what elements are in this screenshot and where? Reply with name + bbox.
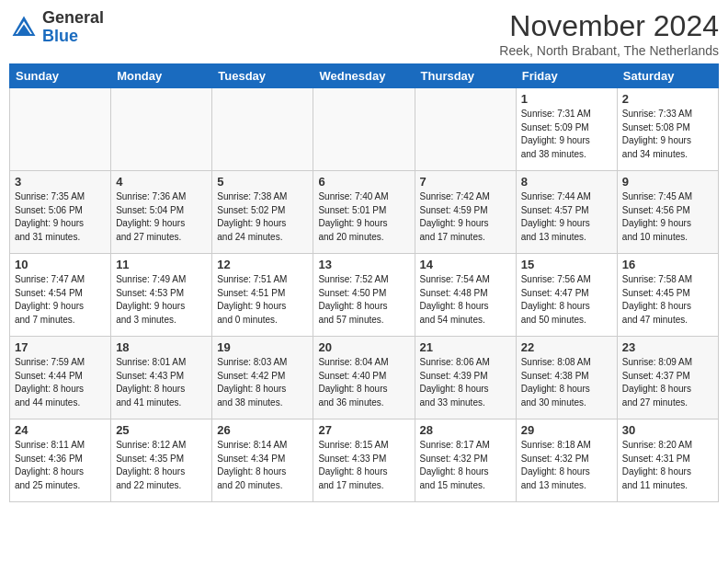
cell-info: Sunrise: 7:36 AM Sunset: 5:04 PM Dayligh…: [116, 190, 207, 244]
day-number: 15: [521, 258, 612, 271]
day-number: 9: [622, 175, 713, 189]
day-number: 30: [622, 423, 713, 437]
cell-info: Sunrise: 7:47 AM Sunset: 4:54 PM Dayligh…: [15, 273, 106, 327]
day-number: 17: [15, 340, 106, 354]
calendar-cell: 6Sunrise: 7:40 AM Sunset: 5:01 PM Daylig…: [313, 171, 415, 254]
calendar-cell: 8Sunrise: 7:44 AM Sunset: 4:57 PM Daylig…: [516, 171, 617, 254]
calendar-cell: 28Sunrise: 8:17 AM Sunset: 4:32 PM Dayli…: [415, 419, 516, 502]
cell-info: Sunrise: 8:08 AM Sunset: 4:38 PM Dayligh…: [521, 356, 612, 409]
cell-info: Sunrise: 7:42 AM Sunset: 4:59 PM Dayligh…: [420, 190, 511, 244]
calendar-week-5: 24Sunrise: 8:11 AM Sunset: 4:36 PM Dayli…: [10, 419, 719, 502]
calendar-cell: 1Sunrise: 7:31 AM Sunset: 5:09 PM Daylig…: [516, 88, 617, 171]
calendar-cell: 30Sunrise: 8:20 AM Sunset: 4:31 PM Dayli…: [617, 419, 718, 502]
location-subtitle: Reek, North Brabant, The Netherlands: [499, 43, 719, 58]
calendar-cell: 24Sunrise: 8:11 AM Sunset: 4:36 PM Dayli…: [10, 419, 111, 502]
calendar-cell: 13Sunrise: 7:52 AM Sunset: 4:50 PM Dayli…: [313, 254, 415, 337]
cell-info: Sunrise: 8:04 AM Sunset: 4:40 PM Dayligh…: [318, 356, 409, 409]
day-number: 19: [217, 340, 308, 354]
cell-info: Sunrise: 8:06 AM Sunset: 4:39 PM Dayligh…: [420, 356, 511, 409]
day-number: 8: [521, 175, 612, 189]
cell-info: Sunrise: 8:17 AM Sunset: 4:32 PM Dayligh…: [420, 439, 511, 492]
calendar-cell: 5Sunrise: 7:38 AM Sunset: 5:02 PM Daylig…: [212, 171, 313, 254]
calendar-cell: 19Sunrise: 8:03 AM Sunset: 4:42 PM Dayli…: [212, 337, 313, 419]
weekday-header-monday: Monday: [111, 64, 212, 88]
calendar-week-1: 1Sunrise: 7:31 AM Sunset: 5:09 PM Daylig…: [10, 88, 719, 171]
calendar-cell: [415, 88, 516, 171]
day-number: 7: [420, 175, 511, 189]
day-number: 24: [15, 423, 106, 437]
cell-info: Sunrise: 7:31 AM Sunset: 5:09 PM Dayligh…: [521, 108, 612, 161]
day-number: 27: [318, 423, 409, 437]
calendar-cell: 21Sunrise: 8:06 AM Sunset: 4:39 PM Dayli…: [415, 337, 516, 419]
calendar-cell: 17Sunrise: 7:59 AM Sunset: 4:44 PM Dayli…: [10, 337, 111, 419]
calendar-cell: [212, 88, 313, 171]
cell-info: Sunrise: 7:35 AM Sunset: 5:06 PM Dayligh…: [15, 190, 106, 244]
weekday-header-saturday: Saturday: [617, 64, 718, 88]
calendar-cell: 20Sunrise: 8:04 AM Sunset: 4:40 PM Dayli…: [313, 337, 415, 419]
day-number: 11: [116, 258, 207, 271]
day-number: 26: [217, 423, 308, 437]
calendar-cell: 12Sunrise: 7:51 AM Sunset: 4:51 PM Dayli…: [212, 254, 313, 337]
page-header: General Blue November 2024 Reek, North B…: [9, 9, 719, 58]
cell-info: Sunrise: 7:58 AM Sunset: 4:45 PM Dayligh…: [622, 273, 713, 327]
cell-info: Sunrise: 8:03 AM Sunset: 4:42 PM Dayligh…: [217, 356, 308, 409]
day-number: 3: [15, 175, 106, 189]
calendar-cell: 23Sunrise: 8:09 AM Sunset: 4:37 PM Dayli…: [617, 337, 718, 419]
day-number: 12: [217, 258, 308, 271]
calendar-cell: [313, 88, 415, 171]
cell-info: Sunrise: 8:18 AM Sunset: 4:32 PM Dayligh…: [521, 439, 612, 492]
calendar-cell: 18Sunrise: 8:01 AM Sunset: 4:43 PM Dayli…: [111, 337, 212, 419]
calendar-cell: 22Sunrise: 8:08 AM Sunset: 4:38 PM Dayli…: [516, 337, 617, 419]
day-number: 18: [116, 340, 207, 354]
cell-info: Sunrise: 7:51 AM Sunset: 4:51 PM Dayligh…: [217, 273, 308, 327]
calendar-cell: 29Sunrise: 8:18 AM Sunset: 4:32 PM Dayli…: [516, 419, 617, 502]
cell-info: Sunrise: 7:54 AM Sunset: 4:48 PM Dayligh…: [420, 273, 511, 327]
cell-info: Sunrise: 7:49 AM Sunset: 4:53 PM Dayligh…: [116, 273, 207, 327]
day-number: 29: [521, 423, 612, 437]
calendar-week-4: 17Sunrise: 7:59 AM Sunset: 4:44 PM Dayli…: [10, 337, 719, 419]
month-title: November 2024: [499, 9, 719, 43]
logo: General Blue: [9, 9, 104, 46]
title-block: November 2024 Reek, North Brabant, The N…: [499, 9, 719, 58]
cell-info: Sunrise: 7:59 AM Sunset: 4:44 PM Dayligh…: [15, 356, 106, 409]
weekday-header-tuesday: Tuesday: [212, 64, 313, 88]
cell-info: Sunrise: 8:12 AM Sunset: 4:35 PM Dayligh…: [116, 439, 207, 492]
day-number: 28: [420, 423, 511, 437]
day-number: 25: [116, 423, 207, 437]
day-number: 5: [217, 175, 308, 189]
cell-info: Sunrise: 7:40 AM Sunset: 5:01 PM Dayligh…: [318, 190, 409, 244]
day-number: 21: [420, 340, 511, 354]
calendar-cell: 25Sunrise: 8:12 AM Sunset: 4:35 PM Dayli…: [111, 419, 212, 502]
weekday-header-wednesday: Wednesday: [313, 64, 415, 88]
day-number: 22: [521, 340, 612, 354]
day-number: 20: [318, 340, 409, 354]
calendar-cell: 2Sunrise: 7:33 AM Sunset: 5:08 PM Daylig…: [617, 88, 718, 171]
calendar-cell: 26Sunrise: 8:14 AM Sunset: 4:34 PM Dayli…: [212, 419, 313, 502]
calendar-cell: [111, 88, 212, 171]
calendar-cell: 16Sunrise: 7:58 AM Sunset: 4:45 PM Dayli…: [617, 254, 718, 337]
calendar-week-3: 10Sunrise: 7:47 AM Sunset: 4:54 PM Dayli…: [10, 254, 719, 337]
calendar-cell: [10, 88, 111, 171]
logo-text: General Blue: [42, 9, 104, 46]
day-number: 23: [622, 340, 713, 354]
cell-info: Sunrise: 7:45 AM Sunset: 4:56 PM Dayligh…: [622, 190, 713, 244]
calendar-cell: 10Sunrise: 7:47 AM Sunset: 4:54 PM Dayli…: [10, 254, 111, 337]
cell-info: Sunrise: 8:14 AM Sunset: 4:34 PM Dayligh…: [217, 439, 308, 492]
day-number: 6: [318, 175, 409, 189]
calendar-cell: 7Sunrise: 7:42 AM Sunset: 4:59 PM Daylig…: [415, 171, 516, 254]
day-number: 16: [622, 258, 713, 271]
cell-info: Sunrise: 7:52 AM Sunset: 4:50 PM Dayligh…: [318, 273, 409, 327]
cell-info: Sunrise: 7:44 AM Sunset: 4:57 PM Dayligh…: [521, 190, 612, 244]
weekday-header-row: SundayMondayTuesdayWednesdayThursdayFrid…: [10, 64, 719, 88]
weekday-header-friday: Friday: [516, 64, 617, 88]
calendar-cell: 11Sunrise: 7:49 AM Sunset: 4:53 PM Dayli…: [111, 254, 212, 337]
calendar-week-2: 3Sunrise: 7:35 AM Sunset: 5:06 PM Daylig…: [10, 171, 719, 254]
day-number: 14: [420, 258, 511, 271]
cell-info: Sunrise: 7:56 AM Sunset: 4:47 PM Dayligh…: [521, 273, 612, 327]
day-number: 1: [521, 92, 612, 106]
day-number: 4: [116, 175, 207, 189]
weekday-header-sunday: Sunday: [10, 64, 111, 88]
weekday-header-thursday: Thursday: [415, 64, 516, 88]
calendar-cell: 4Sunrise: 7:36 AM Sunset: 5:04 PM Daylig…: [111, 171, 212, 254]
calendar-cell: 15Sunrise: 7:56 AM Sunset: 4:47 PM Dayli…: [516, 254, 617, 337]
